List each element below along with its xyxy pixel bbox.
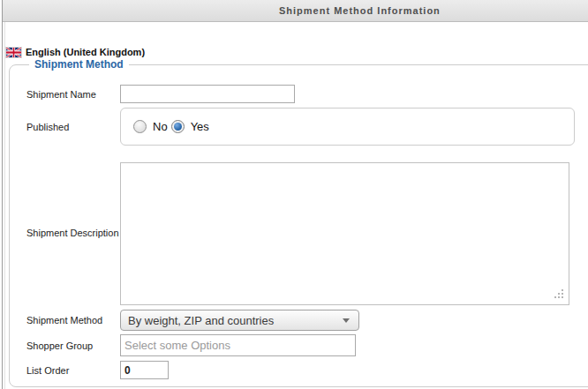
shipment-method-label: Shipment Method	[26, 315, 102, 325]
published-label: Published	[26, 122, 69, 132]
panel-header: Shipment Method Information	[3, 0, 588, 22]
list-order-label: List Order	[26, 365, 69, 376]
textarea-resize-handle-icon[interactable]	[562, 296, 563, 298]
list-order-input[interactable]	[120, 361, 169, 379]
shipment-description-label: Shipment Description	[26, 228, 119, 238]
shipment-name-label: Shipment Name	[26, 89, 96, 100]
language-label: English (United Kingdom)	[26, 47, 145, 57]
shipment-method-selected-value: By weight, ZIP and countries	[121, 314, 343, 327]
chevron-down-icon	[343, 318, 350, 323]
published-yes-label[interactable]: Yes	[191, 120, 209, 133]
uk-flag-icon	[6, 48, 21, 57]
panel-left-border	[2, 0, 3, 389]
language-row: English (United Kingdom)	[6, 47, 145, 57]
shipment-description-textarea[interactable]	[120, 162, 569, 305]
shopper-group-input[interactable]	[120, 334, 356, 356]
published-no-radio[interactable]	[133, 120, 147, 133]
published-yes-radio[interactable]	[171, 120, 185, 133]
shipment-name-input[interactable]	[120, 85, 295, 103]
shopper-group-label: Shopper Group	[26, 340, 93, 351]
shipment-method-select[interactable]: By weight, ZIP and countries	[120, 310, 359, 331]
panel-left-border-inner	[4, 0, 5, 389]
published-no-label[interactable]: No	[153, 120, 168, 133]
panel-title: Shipment Method Information	[279, 5, 441, 16]
published-radio-group: No Yes	[120, 108, 575, 146]
fieldset-legend: Shipment Method	[29, 58, 129, 71]
shipment-method-form-page: Shipment Method Information English (Uni…	[0, 0, 588, 389]
